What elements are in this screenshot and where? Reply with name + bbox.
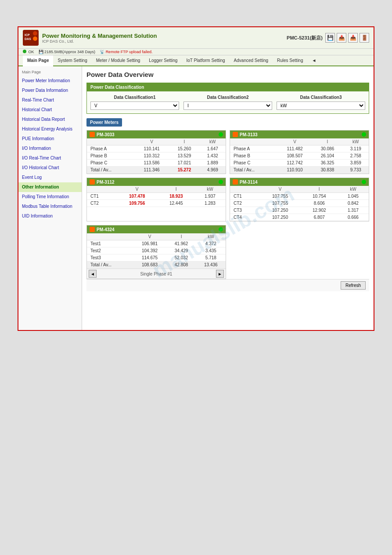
- classification1-select[interactable]: V: [90, 102, 179, 110]
- pagination-prev-btn[interactable]: ◄: [89, 270, 97, 278]
- table-row: Phase C 112.742 36.325 3.859: [230, 160, 369, 167]
- nav-iot-platform[interactable]: IoT Platform Setting: [182, 55, 229, 65]
- device-info: PMC-5231(新店) 💾 📤 📥 🚪: [287, 33, 369, 43]
- meter-pm3133-table: V I kW Phase A 111.482 30.086: [230, 138, 369, 174]
- pm3033-phaseC-kw: 1.889: [200, 160, 226, 167]
- classification3-select[interactable]: kW: [277, 102, 365, 110]
- pm3114-col-i: I: [301, 186, 338, 193]
- status-bar: OK 💾 2185.5MB(Approx 348 Days) 📡 Remote …: [18, 49, 374, 55]
- meter-pm3112-header-left: PM-3112: [90, 179, 115, 185]
- app-title: Power Monitoring & Management Solution: [42, 33, 157, 39]
- pm3133-col-v: V: [277, 138, 312, 145]
- sidebar-historical-report[interactable]: Historical Data Report: [18, 115, 82, 124]
- sidebar-historical-chart[interactable]: Historical Chart: [18, 105, 82, 115]
- meter-pm3033-header-left: PM-3033: [90, 132, 115, 137]
- nav-more[interactable]: ◄: [307, 55, 320, 65]
- pm3033-phaseA-v: 110.141: [134, 145, 169, 152]
- power-meters-header: Power Meters: [86, 118, 122, 127]
- save-icon-btn[interactable]: 💾: [325, 33, 335, 43]
- app-title-area: Power Monitoring & Management Solution I…: [42, 33, 157, 44]
- sidebar-event-log[interactable]: Event Log: [18, 173, 82, 182]
- nav-advanced[interactable]: Advanced Setting: [230, 55, 273, 65]
- meter-pm3114-header-left: PM-3114: [233, 179, 258, 185]
- status-ftp: 📡 Remote FTP upload failed.: [100, 50, 152, 54]
- table-row: Phase A 110.141 15.260 1.647: [87, 145, 226, 152]
- meter-pm4324: PM-4324 V I kW: [86, 225, 226, 279]
- table-row: Phase B 108.507 26.104 2.758: [230, 152, 369, 160]
- nav-bar: Main Page System Setting Meter / Module …: [18, 55, 374, 66]
- meter-pm3033-icon: [90, 132, 95, 137]
- pm3114-col-label: [230, 186, 259, 193]
- sidebar-power-meter-info[interactable]: Power Meter Information: [18, 76, 82, 86]
- table-row: CT1 107.478 18.923 1.937: [87, 193, 226, 200]
- meter-pm3033: PM-3033 V I kW: [86, 130, 226, 174]
- classification2-select[interactable]: I: [183, 102, 272, 110]
- pm3033-total-i: 15.272: [169, 167, 199, 174]
- nav-system-setting[interactable]: System Setting: [53, 55, 91, 65]
- table-row: Test2 104.392 34.429 3.435: [87, 247, 226, 254]
- device-name: PMC-5231(新店): [287, 35, 323, 41]
- pm3033-phaseA-label: Phase A: [87, 145, 134, 152]
- pm3033-phaseB-i: 13.529: [169, 152, 199, 160]
- download-icon-btn[interactable]: 📥: [348, 33, 358, 43]
- pm4324-col-kw: kW: [196, 233, 226, 240]
- status-ok: OK: [23, 50, 34, 54]
- pagination-next-btn[interactable]: ►: [216, 270, 224, 278]
- pm3033-phaseC-i: 17.021: [169, 160, 199, 167]
- pm3033-phaseB-v: 110.312: [134, 152, 169, 160]
- table-row: Total / Av... 111.346 15.272 4.969: [87, 167, 226, 174]
- pm3033-col-kw: kW: [200, 138, 226, 145]
- sidebar-modbus-table[interactable]: Modbus Table Information: [18, 202, 82, 211]
- pm4324-pagination: ◄ Single Phase #1 ►: [87, 268, 226, 279]
- status-ok-dot: [23, 50, 26, 53]
- pm3033-phaseC-label: Phase C: [87, 160, 134, 167]
- meter-pm3114-icon: [233, 179, 238, 185]
- sidebar-power-data-info[interactable]: Power Data Information: [18, 86, 82, 95]
- sidebar-realtime-chart[interactable]: Real-Time Chart: [18, 95, 82, 105]
- nav-main-page[interactable]: Main Page: [23, 55, 53, 66]
- classification-section: Power Data Classification Data Classific…: [86, 83, 369, 114]
- classification-selects: V I kW: [90, 102, 365, 110]
- table-row: Total / Av... 110.910 30.838 9.733: [230, 167, 369, 174]
- meter-pm4324-name: PM-4324: [97, 227, 115, 232]
- meter-pm3033-header: PM-3033: [87, 131, 226, 138]
- sidebar-io-info[interactable]: I/O Information: [18, 144, 82, 153]
- classification3-label: Data Classification3: [277, 95, 365, 100]
- meter-pm3112-status: [219, 180, 223, 184]
- meter-pm4324-status: [219, 227, 223, 232]
- pm3033-col-v: V: [134, 138, 169, 145]
- browser-frame: ICP DAS Power Monitoring & Management So…: [18, 26, 374, 331]
- app-logo-icon: ICP DAS: [23, 30, 39, 46]
- pm3112-col-v: V: [116, 186, 158, 193]
- status-memory: 💾 2185.5MB(Approx 348 Days): [39, 50, 96, 54]
- svg-text:DAS: DAS: [25, 37, 31, 40]
- header-icons: 💾 📤 📥 🚪: [325, 33, 369, 43]
- classification-body: Data Classification1 Data Classification…: [87, 91, 369, 113]
- refresh-button[interactable]: Refresh: [341, 281, 366, 290]
- sidebar-other-info[interactable]: Other Information: [18, 182, 82, 192]
- meter-pm3133-header-left: PM-3133: [233, 132, 258, 137]
- pagination-label: Single Phase #1: [140, 272, 173, 276]
- logout-icon-btn[interactable]: 🚪: [360, 33, 369, 43]
- meter-pm4324-header: PM-4324: [87, 225, 226, 233]
- pm4324-col-label: [87, 233, 133, 240]
- app-subtitle: ICP DAS Co., Ltd.: [42, 39, 157, 44]
- nav-rules[interactable]: Rules Setting: [273, 55, 307, 65]
- sidebar-energy-analysis[interactable]: Historical Energy Analysis: [18, 124, 82, 134]
- meter-pm3033-status: [219, 132, 223, 137]
- sidebar-polling-time[interactable]: Polling Time Information: [18, 192, 82, 202]
- sidebar-uid-info[interactable]: UID Information: [18, 211, 82, 221]
- nav-logger[interactable]: Logger Setting: [144, 55, 182, 65]
- sidebar-io-realtime-chart[interactable]: I/O Real-Time Chart: [18, 153, 82, 163]
- table-row: CT3 107.250 12.902 1.317: [230, 207, 369, 214]
- sidebar-io-historical-chart[interactable]: I/O Historical Chart: [18, 163, 82, 173]
- nav-meter-module[interactable]: Meter / Module Setting: [92, 55, 145, 65]
- meter-pm3112-name: PM-3112: [97, 180, 115, 185]
- upload-icon-btn[interactable]: 📤: [337, 33, 346, 43]
- meter-pm3112-table: V I kW CT1 107.478 18.923 1.: [87, 186, 226, 207]
- sidebar-pue-info[interactable]: PUE Information: [18, 134, 82, 144]
- meter-pm3033-name: PM-3033: [97, 132, 115, 137]
- pm3033-phaseA-kw: 1.647: [200, 145, 226, 152]
- meter-pm3114-name: PM-3114: [240, 180, 258, 185]
- page-heading: Power Data Overview: [86, 71, 369, 78]
